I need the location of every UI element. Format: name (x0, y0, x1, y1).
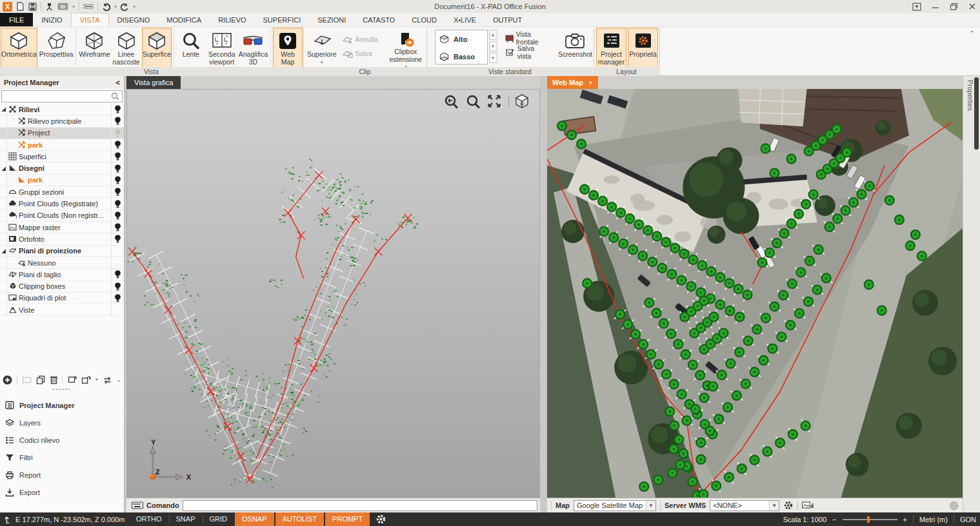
tree-item-mappe-raster[interactable]: Mappe raster (0, 222, 124, 233)
delete-button[interactable] (50, 375, 58, 384)
views-scroll-up[interactable]: ▲ (489, 30, 497, 40)
sidebar-item-report[interactable]: Report (0, 466, 124, 483)
visibility-bulb-icon[interactable] (111, 269, 124, 280)
sync-button[interactable] (103, 376, 112, 384)
units-selector[interactable]: Metri (m) (919, 516, 948, 523)
ribbon-tab-modifica[interactable]: MODIFICA (158, 13, 210, 26)
vista-frontale-button[interactable]: Vista frontale (503, 31, 551, 45)
screenshot-button[interactable]: Screenshot (557, 28, 593, 68)
tree-item-point-clouds-registrate[interactable]: Point Clouds (Registrate) (0, 198, 124, 209)
refresh-button[interactable] (67, 375, 77, 384)
expander-icon[interactable] (0, 162, 7, 173)
linee-nascoste-button[interactable]: Linee nascoste (112, 28, 141, 68)
visibility-bulb-icon[interactable] (111, 222, 124, 233)
tree-item-ortofoto[interactable]: Ortofoto (0, 233, 124, 245)
add-button[interactable] (3, 375, 12, 385)
sidebar-item-filtri[interactable]: Filtri (0, 449, 124, 466)
clipbox-estensione-button[interactable]: Clipbox estensione▾ (386, 28, 426, 68)
webmap-viewport[interactable] (547, 89, 963, 498)
zoom-in-button[interactable]: + (903, 516, 907, 523)
tree-item-piani-di-proiezione[interactable]: Piani di proiezione (0, 246, 124, 257)
ribbon-tab-output[interactable]: OUTPUT (485, 13, 530, 26)
ribbon-tab-sezioni[interactable]: SEZIONI (309, 13, 354, 26)
command-input[interactable] (183, 500, 537, 511)
ribbon-tab-catasto[interactable]: CATASTO (354, 13, 403, 26)
satellite-map-canvas[interactable] (547, 89, 963, 498)
tree-item-point-clouds-non-registr[interactable]: !Point Clouds (Non registr... (0, 210, 124, 222)
visibility-bulb-icon[interactable] (111, 162, 124, 173)
send-button[interactable] (81, 375, 91, 384)
map-image-export-icon[interactable] (802, 501, 814, 510)
ribbon-tab-superfici[interactable]: SUPERFICI (255, 13, 310, 26)
toggle-prompt[interactable]: PROMPT (325, 512, 370, 526)
close-button[interactable] (968, 3, 976, 10)
visibility-bulb-icon[interactable] (111, 198, 124, 209)
visibility-bulb-icon[interactable] (111, 233, 124, 244)
visibility-bulb-icon[interactable] (111, 175, 124, 186)
superiore-button[interactable]: Superiore▾ (305, 28, 339, 68)
visibility-bulb-icon[interactable] (111, 104, 124, 115)
ribbon-tab-file[interactable]: FILE (0, 13, 33, 26)
views-scroll-down[interactable]: ▼ (489, 53, 497, 63)
annulla-button[interactable]: Annulla (340, 32, 381, 46)
minimize-button[interactable] (932, 3, 939, 10)
salva-vista-button[interactable]: Salva vista (503, 45, 551, 59)
toggle-autolist[interactable]: AUTOLIST (275, 512, 325, 526)
web-map-button[interactable]: Web Map (273, 28, 303, 68)
toggle-grid[interactable]: GRID (203, 512, 235, 526)
tree-item-park[interactable]: park (0, 139, 124, 151)
sidebar-item-layers[interactable]: Layers (0, 414, 124, 431)
zoom-out-button[interactable]: − (832, 516, 836, 523)
wms-server-select[interactable]: <NONE>▼ (710, 500, 779, 511)
graphics-viewport[interactable]: YXZ 3D (126, 89, 540, 498)
tree-item-superfici[interactable]: Superfici (0, 151, 124, 162)
tree-item-piani-di-taglio[interactable]: Piani di taglio (0, 269, 124, 280)
cad-drawing-canvas[interactable]: YXZ (127, 90, 539, 498)
expander-icon[interactable] (0, 104, 7, 115)
sidebar-item-export[interactable]: Export (0, 483, 124, 501)
copy-button[interactable] (36, 375, 45, 384)
tree-item-project[interactable]: Project (0, 128, 124, 139)
lente-button[interactable]: Lente (176, 28, 206, 68)
toggle-snap[interactable]: SNAP (169, 512, 203, 526)
ribbon-tab-disegno[interactable]: DISEGNO (109, 13, 159, 26)
restore-button[interactable] (950, 3, 958, 10)
webmap-close-icon[interactable]: × (588, 79, 592, 86)
select-button[interactable] (22, 376, 32, 384)
ribbon-tab-xlive[interactable]: X•LIVE (445, 13, 485, 26)
toggle-osnap[interactable]: OSNAP (235, 512, 274, 526)
send-caret[interactable]: ▾ (95, 377, 98, 382)
toolbar-chevron[interactable]: ⌄ (116, 376, 121, 383)
tree-item-gruppi-sezioni[interactable]: Gruppi sezioni (0, 186, 124, 198)
tree-item-nessuno[interactable]: Nessuno (0, 257, 124, 269)
ribbon-tab-rilievo[interactable]: RILIEVO (210, 13, 254, 26)
zoom-extents-icon[interactable] (486, 93, 503, 110)
visibility-bulb-icon[interactable] (111, 128, 124, 139)
view-basso-item[interactable]: Basso (435, 48, 487, 65)
sidebar-item-codici-rilievo[interactable]: Codici rilievo (0, 431, 124, 449)
ortometrica-button[interactable]: Ortometrica (1, 28, 37, 68)
panel-collapse-icon[interactable]: < (116, 79, 120, 86)
map-settings-gear-icon[interactable] (783, 500, 794, 511)
angle-units-selector[interactable]: GON (960, 516, 976, 523)
visibility-bulb-icon[interactable] (111, 280, 124, 291)
proprieta-button[interactable]: Proprietà (628, 28, 658, 68)
visibility-bulb-icon[interactable] (111, 210, 124, 221)
tab-properties[interactable]: Properties (966, 80, 974, 111)
map-provider-select[interactable]: Google Satellite Map▼ (574, 500, 656, 511)
zoom-previous-icon[interactable] (443, 94, 459, 110)
tree-item-park[interactable]: park (0, 175, 124, 186)
ribbon-tab-cloud[interactable]: CLOUD (403, 13, 445, 26)
visibility-bulb-icon[interactable] (111, 186, 124, 197)
tab-web-map[interactable]: Web Map × (547, 76, 598, 89)
ribbon-options-icon[interactable] (912, 3, 921, 11)
scale-slider-thumb[interactable] (867, 516, 870, 523)
visibility-bulb-icon[interactable] (111, 151, 124, 162)
tree-item-clipping-boxes[interactable]: Clipping boxes (0, 280, 124, 292)
tree-item-rilievi[interactable]: Rilievi (0, 104, 124, 115)
salva-clip-button[interactable]: Salva (340, 46, 381, 61)
zoom-icon[interactable] (465, 94, 481, 110)
visibility-bulb-icon[interactable] (111, 115, 124, 126)
sidebar-item-project-manager[interactable]: Project Manager (0, 396, 124, 414)
toggle-ortho[interactable]: ORTHO (129, 512, 169, 526)
